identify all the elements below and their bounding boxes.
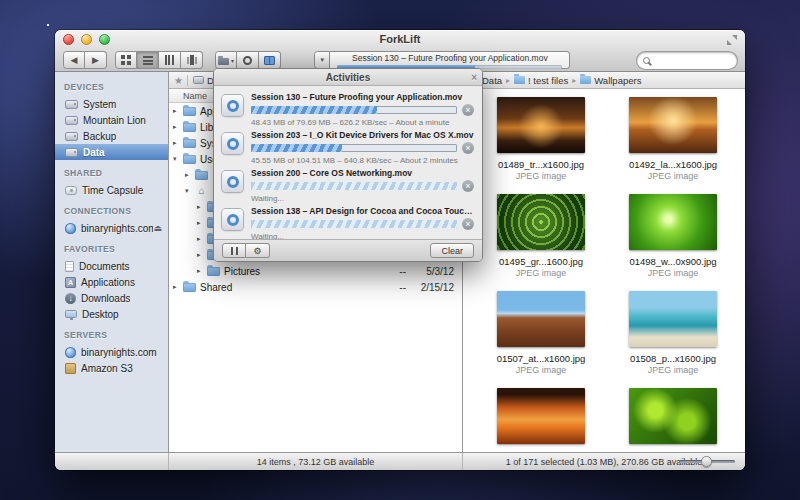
action-segment: ▾ bbox=[215, 51, 281, 69]
time-capsule-icon bbox=[65, 186, 77, 195]
transfer-progress-box[interactable]: Session 130 – Future Proofing your Appli… bbox=[330, 51, 570, 69]
slider-knob[interactable] bbox=[701, 456, 712, 467]
transfer-progress-bar bbox=[251, 220, 457, 228]
search-input[interactable] bbox=[637, 52, 737, 69]
window-chrome: ForkLift ◀ ▶ ▾ bbox=[55, 30, 745, 72]
sidebar-item-applications[interactable]: AApplications bbox=[55, 274, 168, 290]
settings-button[interactable]: ⚙ bbox=[246, 243, 270, 258]
drive-icon bbox=[65, 116, 78, 125]
image-thumbnail bbox=[629, 291, 717, 347]
icon-view-button[interactable] bbox=[115, 51, 137, 69]
activities-dropdown-button[interactable]: ▼ bbox=[314, 51, 330, 69]
folder-icon bbox=[183, 123, 196, 132]
disclosure-triangle-icon[interactable]: ▸ bbox=[185, 171, 195, 179]
file-thumbnail-item[interactable]: 01495_gr...1600.jpgJPEG image bbox=[475, 194, 607, 291]
file-list-status: 14 items , 73.12 GB available bbox=[169, 453, 463, 470]
sync-icon bbox=[264, 56, 275, 65]
sidebar-item-binarynights-server[interactable]: binarynights.com bbox=[55, 344, 168, 360]
list-view-button[interactable] bbox=[137, 51, 159, 69]
folder-icon bbox=[183, 139, 196, 148]
transfer-item[interactable]: Session 200 – Core OS Networking.mov × W… bbox=[222, 165, 474, 203]
cancel-transfer-button[interactable]: × bbox=[462, 180, 474, 192]
file-thumbnail-item[interactable] bbox=[607, 388, 739, 452]
back-button[interactable]: ◀ bbox=[63, 51, 85, 69]
sidebar-item-backup[interactable]: Backup bbox=[55, 128, 168, 144]
search-icon bbox=[643, 57, 650, 64]
chevron-right-icon: ▸ bbox=[506, 76, 510, 85]
activities-panel-titlebar[interactable]: Activities × bbox=[214, 69, 482, 86]
file-thumbnail-item[interactable]: 01489_tr...x1600.jpgJPEG image bbox=[475, 97, 607, 194]
forklift-window: ForkLift ◀ ▶ ▾ bbox=[55, 30, 745, 470]
file-row[interactable]: ▸Pictures--5/3/12 bbox=[169, 263, 462, 279]
sidebar-item-time-capsule[interactable]: Time Capsule bbox=[55, 182, 168, 198]
transfer-progress-widget: ▼ Session 130 – Future Proofing your App… bbox=[314, 51, 570, 69]
chevron-down-icon: ▾ bbox=[231, 57, 234, 64]
breadcrumb-wallpapers[interactable]: Wallpapers bbox=[580, 75, 641, 86]
desktop-icon bbox=[65, 310, 77, 318]
drive-icon bbox=[65, 100, 78, 109]
sidebar-item-desktop[interactable]: Desktop bbox=[55, 306, 168, 322]
home-icon: ⌂ bbox=[195, 186, 208, 196]
cancel-transfer-button[interactable]: × bbox=[462, 218, 474, 230]
coverflow-view-button[interactable] bbox=[181, 51, 203, 69]
sidebar-item-system[interactable]: System bbox=[55, 96, 168, 112]
file-thumbnail-item[interactable] bbox=[475, 388, 607, 452]
disclosure-triangle-icon[interactable]: ▸ bbox=[173, 139, 183, 147]
history-segment: ◀ ▶ bbox=[63, 51, 107, 69]
pause-button[interactable] bbox=[222, 243, 246, 258]
image-thumbnail bbox=[629, 194, 717, 250]
window-titlebar[interactable]: ForkLift bbox=[55, 30, 745, 48]
sidebar-item-downloads[interactable]: ↓Downloads bbox=[55, 290, 168, 306]
icon-view-pane: Data ▸ ! test files ▸ Wallpapers 01489_t… bbox=[463, 72, 745, 452]
disclosure-triangle-icon[interactable]: ▸ bbox=[173, 123, 183, 131]
transfer-item[interactable]: Session 138 – API Design for Cocoa and C… bbox=[222, 203, 474, 241]
pause-icon bbox=[231, 247, 238, 255]
thumbnail-grid: 01489_tr...x1600.jpgJPEG image 01492_la.… bbox=[463, 89, 745, 452]
thumbnail-size-slider[interactable] bbox=[679, 460, 735, 464]
image-thumbnail bbox=[497, 291, 585, 347]
cancel-transfer-button[interactable]: × bbox=[462, 142, 474, 154]
clear-button[interactable]: Clear bbox=[430, 243, 474, 258]
forward-button[interactable]: ▶ bbox=[85, 51, 107, 69]
grid-view-icon bbox=[121, 55, 131, 65]
sidebar-header-favorites: FAVORITES bbox=[55, 244, 168, 258]
file-thumbnail-item[interactable]: 01492_la...x1600.jpgJPEG image bbox=[607, 97, 739, 194]
file-row[interactable]: ▸Shared--2/15/12 bbox=[169, 279, 462, 295]
disclosure-triangle-icon[interactable]: ▾ bbox=[173, 155, 183, 163]
transfer-item[interactable]: Session 203 – I_O Kit Device Drivers for… bbox=[222, 127, 474, 165]
file-thumbnail-item[interactable]: 01498_w...0x900.jpgJPEG image bbox=[607, 194, 739, 291]
sidebar-item-data[interactable]: Data bbox=[55, 144, 168, 160]
column-view-icon bbox=[165, 55, 175, 65]
disclosure-triangle-icon[interactable]: ▸ bbox=[197, 267, 207, 275]
file-thumbnail-item[interactable]: 01508_p...x1600.jpgJPEG image bbox=[607, 291, 739, 388]
close-icon[interactable]: × bbox=[471, 69, 477, 86]
applications-icon: A bbox=[65, 277, 76, 288]
disclosure-triangle-icon[interactable]: ▸ bbox=[197, 219, 207, 227]
globe-icon bbox=[65, 347, 76, 358]
sidebar-item-binarynights-connection[interactable]: binarynights.com⏏ bbox=[55, 220, 168, 236]
fullscreen-icon[interactable] bbox=[727, 35, 737, 45]
sync-button[interactable] bbox=[259, 51, 281, 69]
eject-icon[interactable]: ⏏ bbox=[153, 223, 162, 233]
column-view-button[interactable] bbox=[159, 51, 181, 69]
disclosure-triangle-icon[interactable]: ▸ bbox=[197, 203, 207, 211]
sidebar-item-documents[interactable]: Documents bbox=[55, 258, 168, 274]
disclosure-triangle-icon[interactable]: ▸ bbox=[173, 107, 183, 115]
quicktime-movie-icon bbox=[222, 171, 243, 192]
file-thumbnail-item[interactable]: 01507_at...x1600.jpgJPEG image bbox=[475, 291, 607, 388]
favorites-star-icon[interactable]: ★ bbox=[174, 75, 183, 86]
disclosure-triangle-icon[interactable]: ▾ bbox=[185, 187, 195, 195]
disclosure-triangle-icon[interactable]: ▸ bbox=[173, 283, 183, 291]
disclosure-triangle-icon[interactable]: ▸ bbox=[197, 251, 207, 259]
sidebar-header-shared: SHARED bbox=[55, 168, 168, 182]
breadcrumb-test-files[interactable]: ! test files bbox=[514, 75, 568, 86]
transfer-progress-label: Session 130 – Future Proofing your Appli… bbox=[337, 54, 562, 63]
sidebar-item-amazon-s3[interactable]: Amazon S3 bbox=[55, 360, 168, 376]
disclosure-triangle-icon[interactable]: ▸ bbox=[197, 235, 207, 243]
folder-menu-button[interactable]: ▾ bbox=[215, 51, 237, 69]
cancel-transfer-button[interactable]: × bbox=[462, 104, 474, 116]
eye-icon bbox=[243, 56, 252, 65]
sidebar-item-mountain-lion[interactable]: Mountain Lion bbox=[55, 112, 168, 128]
quicklook-button[interactable] bbox=[237, 51, 259, 69]
transfer-item[interactable]: Session 130 – Future Proofing your Appli… bbox=[222, 89, 474, 127]
